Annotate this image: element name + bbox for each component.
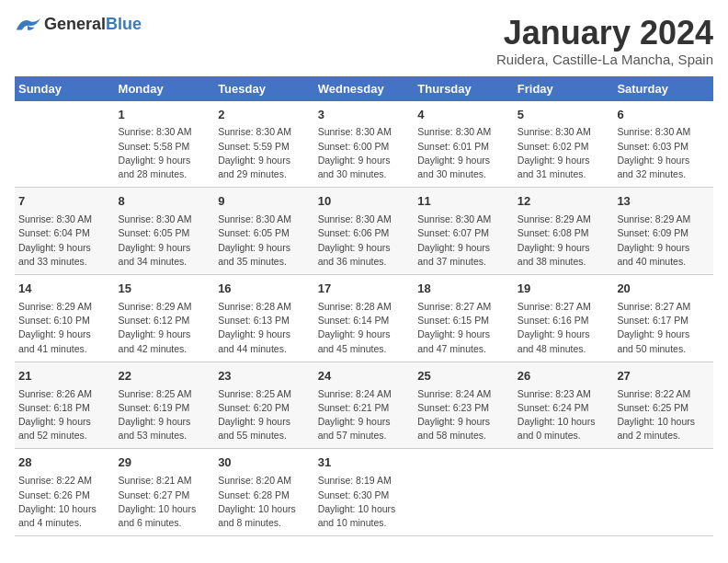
- title-area: January 2024 Ruidera, Castille-La Mancha…: [496, 15, 713, 67]
- day-number: 8: [119, 193, 211, 211]
- day-info: Sunrise: 8:20 AM Sunset: 6:28 PM Dayligh…: [218, 474, 311, 530]
- day-number: 23: [218, 368, 311, 385]
- day-number: 13: [617, 193, 710, 211]
- calendar-cell: 31Sunrise: 8:19 AM Sunset: 6:30 PM Dayli…: [314, 449, 415, 536]
- weekday-header-friday: Friday: [514, 76, 614, 101]
- day-number: 29: [119, 454, 211, 472]
- calendar-cell: 1Sunrise: 8:30 AM Sunset: 5:58 PM Daylig…: [115, 101, 215, 188]
- logo-blue: Blue: [106, 15, 142, 33]
- weekday-header-saturday: Saturday: [613, 76, 713, 101]
- day-info: Sunrise: 8:29 AM Sunset: 6:10 PM Dayligh…: [18, 300, 111, 356]
- day-info: Sunrise: 8:30 AM Sunset: 6:05 PM Dayligh…: [218, 213, 311, 269]
- day-number: 7: [18, 193, 111, 211]
- calendar-cell: 21Sunrise: 8:26 AM Sunset: 6:18 PM Dayli…: [15, 362, 115, 449]
- day-number: 28: [18, 454, 111, 472]
- calendar-table: SundayMondayTuesdayWednesdayThursdayFrid…: [15, 76, 713, 537]
- calendar-cell: 30Sunrise: 8:20 AM Sunset: 6:28 PM Dayli…: [214, 449, 314, 536]
- calendar-title: January 2024: [496, 15, 713, 52]
- calendar-subtitle: Ruidera, Castille-La Mancha, Spain: [496, 52, 713, 67]
- day-info: Sunrise: 8:30 AM Sunset: 6:03 PM Dayligh…: [617, 125, 710, 181]
- day-info: Sunrise: 8:30 AM Sunset: 5:58 PM Dayligh…: [119, 125, 211, 181]
- day-number: 18: [417, 281, 510, 298]
- calendar-cell: 26Sunrise: 8:23 AM Sunset: 6:24 PM Dayli…: [514, 362, 614, 449]
- day-number: 31: [318, 454, 411, 472]
- day-number: 15: [119, 281, 211, 298]
- day-number: 16: [218, 281, 311, 298]
- calendar-cell: 10Sunrise: 8:30 AM Sunset: 6:06 PM Dayli…: [314, 188, 415, 275]
- day-info: Sunrise: 8:26 AM Sunset: 6:18 PM Dayligh…: [18, 387, 111, 443]
- day-number: 14: [18, 281, 111, 298]
- calendar-cell: 4Sunrise: 8:30 AM Sunset: 6:01 PM Daylig…: [414, 101, 514, 188]
- day-info: Sunrise: 8:29 AM Sunset: 6:08 PM Dayligh…: [518, 213, 610, 269]
- logo-text: GeneralBlue: [44, 15, 142, 34]
- day-number: 12: [518, 193, 610, 211]
- header: GeneralBlue January 2024 Ruidera, Castil…: [15, 15, 713, 67]
- day-number: 10: [318, 193, 411, 211]
- calendar-cell: 2Sunrise: 8:30 AM Sunset: 5:59 PM Daylig…: [214, 101, 314, 188]
- day-info: Sunrise: 8:30 AM Sunset: 6:05 PM Dayligh…: [119, 213, 211, 269]
- day-info: Sunrise: 8:28 AM Sunset: 6:13 PM Dayligh…: [218, 300, 311, 356]
- calendar-week-row: 21Sunrise: 8:26 AM Sunset: 6:18 PM Dayli…: [15, 362, 713, 449]
- day-number: 22: [119, 368, 211, 385]
- calendar-cell: 17Sunrise: 8:28 AM Sunset: 6:14 PM Dayli…: [314, 275, 415, 362]
- day-number: 9: [218, 193, 311, 211]
- day-number: 26: [518, 368, 610, 385]
- day-info: Sunrise: 8:30 AM Sunset: 6:01 PM Dayligh…: [417, 125, 510, 181]
- day-info: Sunrise: 8:28 AM Sunset: 6:14 PM Dayligh…: [318, 300, 411, 356]
- weekday-header-sunday: Sunday: [15, 76, 115, 101]
- calendar-cell: 6Sunrise: 8:30 AM Sunset: 6:03 PM Daylig…: [613, 101, 713, 188]
- day-number: 4: [417, 107, 510, 124]
- calendar-cell: 29Sunrise: 8:21 AM Sunset: 6:27 PM Dayli…: [115, 449, 215, 536]
- logo-general: General: [44, 15, 106, 33]
- weekday-header-thursday: Thursday: [414, 76, 514, 101]
- day-info: Sunrise: 8:19 AM Sunset: 6:30 PM Dayligh…: [318, 474, 411, 530]
- calendar-cell: 20Sunrise: 8:27 AM Sunset: 6:17 PM Dayli…: [613, 275, 713, 362]
- logo-bird-icon: [15, 16, 40, 34]
- calendar-cell: 12Sunrise: 8:29 AM Sunset: 6:08 PM Dayli…: [514, 188, 614, 275]
- calendar-cell: [514, 449, 614, 536]
- calendar-cell: 19Sunrise: 8:27 AM Sunset: 6:16 PM Dayli…: [514, 275, 614, 362]
- day-info: Sunrise: 8:30 AM Sunset: 6:06 PM Dayligh…: [318, 213, 411, 269]
- day-info: Sunrise: 8:30 AM Sunset: 6:00 PM Dayligh…: [318, 125, 411, 181]
- calendar-cell: 5Sunrise: 8:30 AM Sunset: 6:02 PM Daylig…: [514, 101, 614, 188]
- calendar-cell: 7Sunrise: 8:30 AM Sunset: 6:04 PM Daylig…: [15, 188, 115, 275]
- day-info: Sunrise: 8:30 AM Sunset: 5:59 PM Dayligh…: [218, 125, 311, 181]
- day-info: Sunrise: 8:29 AM Sunset: 6:09 PM Dayligh…: [617, 213, 710, 269]
- day-info: Sunrise: 8:27 AM Sunset: 6:16 PM Dayligh…: [518, 300, 610, 356]
- calendar-cell: 16Sunrise: 8:28 AM Sunset: 6:13 PM Dayli…: [214, 275, 314, 362]
- calendar-cell: 24Sunrise: 8:24 AM Sunset: 6:21 PM Dayli…: [314, 362, 415, 449]
- calendar-cell: 28Sunrise: 8:22 AM Sunset: 6:26 PM Dayli…: [15, 449, 115, 536]
- day-info: Sunrise: 8:30 AM Sunset: 6:07 PM Dayligh…: [417, 213, 510, 269]
- calendar-week-row: 7Sunrise: 8:30 AM Sunset: 6:04 PM Daylig…: [15, 188, 713, 275]
- calendar-cell: 23Sunrise: 8:25 AM Sunset: 6:20 PM Dayli…: [214, 362, 314, 449]
- day-number: 25: [417, 368, 510, 385]
- day-number: 27: [617, 368, 710, 385]
- day-number: 3: [318, 107, 411, 124]
- day-info: Sunrise: 8:22 AM Sunset: 6:25 PM Dayligh…: [617, 387, 710, 443]
- day-number: 20: [617, 281, 710, 298]
- calendar-cell: 9Sunrise: 8:30 AM Sunset: 6:05 PM Daylig…: [214, 188, 314, 275]
- day-info: Sunrise: 8:27 AM Sunset: 6:15 PM Dayligh…: [417, 300, 510, 356]
- day-info: Sunrise: 8:27 AM Sunset: 6:17 PM Dayligh…: [617, 300, 710, 356]
- day-info: Sunrise: 8:21 AM Sunset: 6:27 PM Dayligh…: [119, 474, 211, 530]
- day-number: 17: [318, 281, 411, 298]
- calendar-cell: 11Sunrise: 8:30 AM Sunset: 6:07 PM Dayli…: [414, 188, 514, 275]
- day-number: 21: [18, 368, 111, 385]
- day-info: Sunrise: 8:30 AM Sunset: 6:02 PM Dayligh…: [518, 125, 610, 181]
- calendar-cell: 18Sunrise: 8:27 AM Sunset: 6:15 PM Dayli…: [414, 275, 514, 362]
- weekday-header-row: SundayMondayTuesdayWednesdayThursdayFrid…: [15, 76, 713, 101]
- calendar-cell: 14Sunrise: 8:29 AM Sunset: 6:10 PM Dayli…: [15, 275, 115, 362]
- logo: GeneralBlue: [15, 15, 142, 34]
- calendar-week-row: 28Sunrise: 8:22 AM Sunset: 6:26 PM Dayli…: [15, 449, 713, 536]
- weekday-header-tuesday: Tuesday: [214, 76, 314, 101]
- weekday-header-monday: Monday: [115, 76, 215, 101]
- calendar-cell: [414, 449, 514, 536]
- calendar-week-row: 14Sunrise: 8:29 AM Sunset: 6:10 PM Dayli…: [15, 275, 713, 362]
- calendar-cell: 27Sunrise: 8:22 AM Sunset: 6:25 PM Dayli…: [613, 362, 713, 449]
- day-info: Sunrise: 8:24 AM Sunset: 6:21 PM Dayligh…: [318, 387, 411, 443]
- day-info: Sunrise: 8:25 AM Sunset: 6:20 PM Dayligh…: [218, 387, 311, 443]
- day-number: 2: [218, 107, 311, 124]
- weekday-header-wednesday: Wednesday: [314, 76, 415, 101]
- day-info: Sunrise: 8:30 AM Sunset: 6:04 PM Dayligh…: [18, 213, 111, 269]
- calendar-cell: [15, 101, 115, 188]
